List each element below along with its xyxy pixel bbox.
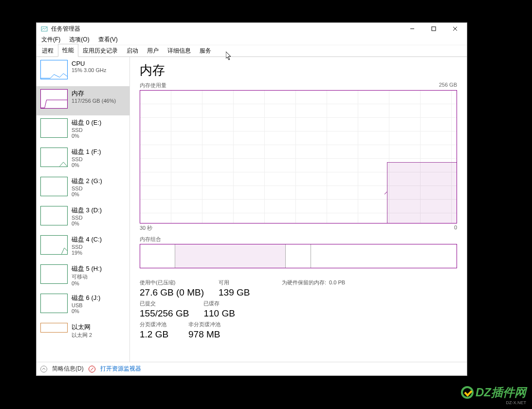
watermark-check-icon bbox=[461, 386, 474, 399]
sidebar-item-disk2[interactable]: 磁盘 2 (G:) SSD 0% bbox=[37, 174, 129, 203]
disk3-pct: 0% bbox=[72, 221, 102, 226]
chart-max-label: 256 GB bbox=[439, 82, 457, 89]
disk-thumbnail-icon bbox=[40, 206, 68, 225]
disk4-pct: 19% bbox=[72, 250, 102, 256]
disk1-pct: 0% bbox=[72, 162, 101, 168]
memory-label: 内存 bbox=[72, 89, 116, 98]
tab-startup[interactable]: 启动 bbox=[122, 44, 143, 57]
disk0-type: SSD bbox=[72, 127, 101, 133]
sidebar-item-cpu[interactable]: CPU 15% 3.00 GHz bbox=[37, 57, 129, 86]
disk6-label: 磁盘 6 (J:) bbox=[72, 294, 100, 302]
disk2-label: 磁盘 2 (G:) bbox=[72, 177, 102, 186]
sidebar-item-disk3[interactable]: 磁盘 3 (D:) SSD 0% bbox=[37, 203, 129, 232]
svg-rect-2 bbox=[432, 27, 436, 31]
sidebar-item-memory[interactable]: 内存 117/256 GB (46%) bbox=[37, 86, 129, 115]
disk6-pct: 0% bbox=[72, 308, 100, 314]
memory-status: 117/256 GB (46%) bbox=[72, 98, 116, 104]
committed-label: 已提交 bbox=[140, 300, 189, 307]
task-manager-window: 任务管理器 文件(F) 选项(O) 查看(V) 进程 性能 应用历史记录 启动 … bbox=[36, 22, 467, 376]
titlebar[interactable]: 任务管理器 bbox=[37, 23, 467, 35]
disk2-type: SSD bbox=[72, 186, 102, 191]
window-title: 任务管理器 bbox=[51, 25, 402, 33]
comp-seg-modified bbox=[286, 244, 311, 268]
page-title: 内存 bbox=[140, 62, 457, 79]
cached-label: 已缓存 bbox=[203, 300, 252, 307]
menubar: 文件(F) 选项(O) 查看(V) bbox=[37, 35, 467, 45]
composition-label: 内存组合 bbox=[140, 236, 457, 243]
sidebar-item-disk4[interactable]: 磁盘 4 (C:) SSD 19% bbox=[37, 232, 129, 261]
in-use-label: 使用中(已压缩) bbox=[140, 279, 204, 286]
cpu-status: 15% 3.00 GHz bbox=[72, 67, 107, 73]
cpu-thumbnail-icon bbox=[40, 60, 68, 79]
tab-details[interactable]: 详细信息 bbox=[163, 44, 195, 57]
disk0-label: 磁盘 0 (E:) bbox=[72, 118, 101, 127]
resmon-icon bbox=[89, 366, 95, 372]
fewer-details-button[interactable]: 简略信息(D) bbox=[52, 365, 84, 373]
tab-performance[interactable]: 性能 bbox=[58, 44, 78, 57]
sidebar-item-disk1[interactable]: 磁盘 1 (F:) SSD 0% bbox=[37, 145, 129, 174]
disk1-type: SSD bbox=[72, 156, 101, 162]
close-button[interactable] bbox=[444, 23, 466, 35]
comp-seg-standby bbox=[311, 244, 457, 268]
memory-usage-chart[interactable] bbox=[140, 90, 457, 223]
disk4-type: SSD bbox=[72, 244, 102, 250]
comp-seg-other bbox=[140, 244, 175, 268]
nonpaged-label: 非分页缓冲池 bbox=[188, 321, 237, 328]
reserved-label: 为硬件保留的内存: bbox=[282, 279, 326, 286]
sidebar-scroll[interactable]: CPU 15% 3.00 GHz 内存 117/256 GB (46%) 磁盘 … bbox=[37, 57, 129, 362]
watermark-logo: DZ插件网 DZ-X.NET bbox=[461, 385, 526, 400]
chart-x-left: 30 秒 bbox=[140, 224, 152, 232]
in-use-value: 27.6 GB (0 MB) bbox=[140, 287, 204, 298]
disk0-pct: 0% bbox=[72, 133, 101, 139]
tab-app-history[interactable]: 应用历史记录 bbox=[78, 44, 122, 57]
maximize-button[interactable] bbox=[423, 23, 444, 35]
sidebar-item-disk0[interactable]: 磁盘 0 (E:) SSD 0% bbox=[37, 115, 129, 145]
disk6-type: USB bbox=[72, 302, 100, 308]
menu-options[interactable]: 选项(O) bbox=[67, 35, 91, 45]
footer: 简略信息(D) 打开资源监视器 bbox=[37, 362, 467, 375]
sidebar-item-ethernet[interactable]: 以太网 以太网 2 bbox=[37, 320, 129, 342]
comp-seg-in-use bbox=[175, 244, 286, 268]
watermark-text: DZ插件网 bbox=[476, 385, 526, 400]
committed-value: 155/256 GB bbox=[140, 308, 189, 319]
disk3-type: SSD bbox=[72, 215, 102, 221]
available-value: 139 GB bbox=[219, 287, 267, 298]
disk-thumbnail-icon bbox=[40, 177, 68, 196]
resource-sidebar: CPU 15% 3.00 GHz 内存 117/256 GB (46%) 磁盘 … bbox=[37, 57, 130, 362]
sidebar-item-disk6[interactable]: 磁盘 6 (J:) USB 0% bbox=[37, 291, 129, 320]
svg-line-5 bbox=[91, 368, 93, 371]
disk-thumbnail-icon bbox=[40, 118, 68, 138]
sidebar-item-disk5[interactable]: 磁盘 5 (H:) 可移动 0% bbox=[37, 261, 129, 291]
disk3-label: 磁盘 3 (D:) bbox=[72, 206, 102, 215]
tab-processes[interactable]: 进程 bbox=[37, 44, 58, 57]
cpu-label: CPU bbox=[72, 60, 107, 67]
ethernet-sub: 以太网 2 bbox=[72, 332, 92, 339]
nonpaged-value: 978 MB bbox=[188, 329, 237, 340]
tab-strip: 进程 性能 应用历史记录 启动 用户 详细信息 服务 bbox=[37, 45, 467, 57]
disk5-type: 可移动 bbox=[72, 273, 102, 280]
chart-usage-label: 内存使用量 bbox=[140, 82, 166, 89]
available-label: 可用 bbox=[219, 279, 267, 286]
disk1-label: 磁盘 1 (F:) bbox=[72, 148, 101, 156]
disk2-pct: 0% bbox=[72, 191, 102, 197]
menu-view[interactable]: 查看(V) bbox=[96, 35, 120, 45]
ethernet-thumbnail-icon bbox=[40, 323, 68, 333]
open-resource-monitor-link[interactable]: 打开资源监视器 bbox=[100, 365, 141, 373]
memory-composition-bar[interactable] bbox=[140, 244, 457, 268]
disk-thumbnail-icon bbox=[40, 294, 68, 313]
chart-x-right: 0 bbox=[454, 224, 457, 232]
memory-thumbnail-icon bbox=[40, 89, 68, 109]
disk5-label: 磁盘 5 (H:) bbox=[72, 264, 102, 273]
disk5-pct: 0% bbox=[72, 280, 102, 286]
tab-users[interactable]: 用户 bbox=[143, 44, 163, 57]
paged-value: 1.2 GB bbox=[140, 329, 174, 340]
reserved-value: 0.0 PB bbox=[329, 279, 345, 285]
disk-thumbnail-icon bbox=[40, 235, 68, 255]
app-icon bbox=[40, 25, 48, 33]
minimize-button[interactable] bbox=[402, 23, 423, 35]
watermark-sub: DZ-X.NET bbox=[506, 400, 527, 405]
memory-usage-fill bbox=[387, 162, 457, 223]
menu-file[interactable]: 文件(F) bbox=[39, 35, 62, 45]
disk-thumbnail-icon bbox=[40, 264, 68, 284]
tab-services[interactable]: 服务 bbox=[195, 44, 216, 57]
